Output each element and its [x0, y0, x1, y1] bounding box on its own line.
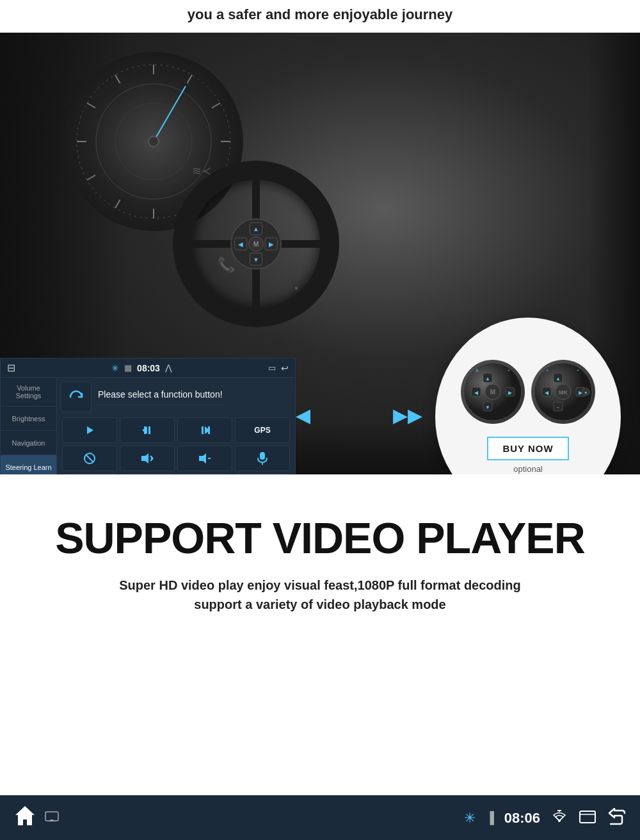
status-time: 08:03 — [137, 363, 160, 373]
gps-button[interactable]: GPS — [235, 417, 290, 443]
svg-text:◀: ◀ — [474, 390, 479, 396]
left-menu: Volume Settings Brightness Navigation St… — [1, 378, 57, 474]
play-button[interactable] — [62, 417, 117, 443]
sw-stop-icon: ▪ — [294, 282, 298, 294]
svg-rect-42 — [260, 452, 265, 460]
svg-text:A: A — [476, 368, 479, 373]
menu-item-steering-learn[interactable]: Steering Learn — [1, 455, 56, 474]
wifi-bottom-icon[interactable] — [550, 808, 568, 828]
status-bar-left: ⊟ — [7, 362, 15, 374]
svg-rect-83 — [49, 821, 55, 821]
menu-item-navigation[interactable]: Navigation — [1, 431, 56, 455]
home-icon[interactable] — [13, 804, 37, 833]
svg-text:◀: ◀ — [238, 241, 243, 248]
panel-body: Volume Settings Brightness Navigation St… — [1, 378, 295, 474]
prev-button[interactable] — [120, 417, 175, 443]
prompt-text: Please select a function button! — [95, 385, 225, 405]
bottom-bar-left — [13, 804, 59, 833]
bluetooth-bottom-icon: ✳ — [464, 810, 476, 827]
back-bottom-icon[interactable] — [607, 808, 627, 828]
svg-rect-30 — [144, 426, 146, 434]
status-bar-center: ✳ ▦ 08:03 ⋀ — [111, 363, 172, 373]
steering-wheel-container: ▲ ▼ ◀ ▶ M ≋≺ — [173, 161, 339, 327]
svg-text:▲: ▲ — [253, 225, 259, 232]
svg-text:▼: ▼ — [253, 256, 259, 263]
svg-line-4 — [188, 75, 193, 83]
sw-phone-icon: 📞 — [218, 257, 235, 273]
sim-status-icon: ▦ — [124, 363, 132, 373]
svg-line-11 — [87, 175, 95, 181]
svg-rect-33 — [208, 426, 210, 434]
remote-controls: ▲ ▼ ◀ ▶ M A + — [461, 360, 595, 424]
phone-button[interactable] — [62, 474, 117, 474]
svg-marker-36 — [141, 453, 148, 464]
dashboard-section: ▲ ▼ ◀ ▶ M ≋≺ 📞 ▪ — [0, 33, 640, 474]
svg-rect-87 — [580, 811, 595, 823]
status-bar: ⊟ ✳ ▦ 08:03 ⋀ ▭ ↩ — [1, 359, 295, 378]
svg-text:+: + — [546, 368, 548, 373]
signal-bottom-icon: ▐ — [486, 811, 494, 825]
next-button[interactable] — [177, 417, 232, 443]
svg-text:+: + — [577, 368, 579, 373]
power-button[interactable] — [235, 474, 290, 474]
steering-wheel-ring: ▲ ▼ ◀ ▶ M — [173, 161, 339, 327]
ui-panel: ⊟ ✳ ▦ 08:03 ⋀ ▭ ↩ Volume Settings Bright — [0, 358, 296, 474]
svg-text:▲: ▲ — [556, 376, 561, 382]
bluetooth-status-icon: ✳ — [111, 363, 119, 373]
right-content: Please select a function button! — [57, 378, 295, 474]
svg-line-10 — [115, 200, 120, 208]
back-status-icon: ↩ — [281, 363, 289, 373]
svg-text:+: + — [508, 368, 510, 373]
svg-text:▲: ▲ — [485, 376, 490, 382]
buy-now-button[interactable]: BUY NOW — [487, 437, 568, 460]
vol-up-button[interactable] — [120, 446, 175, 471]
small-screen-icon[interactable] — [45, 811, 59, 825]
svg-rect-32 — [202, 426, 204, 434]
radio-scan-button[interactable] — [120, 474, 175, 474]
optional-label: optional — [513, 464, 543, 474]
tagline-section: you a safer and more enjoyable journey — [0, 0, 640, 33]
support-title: SUPPORT VIDEO PLAYER — [13, 513, 627, 563]
steering-hub: ▲ ▼ ◀ ▶ M — [230, 218, 282, 270]
buttons-grid: GPS — [61, 416, 291, 474]
svg-text:−: − — [556, 405, 559, 410]
mic-button[interactable] — [235, 446, 290, 471]
menu-item-volume[interactable]: Volume Settings — [1, 378, 56, 407]
bottom-time: 08:06 — [504, 810, 540, 827]
svg-line-5 — [212, 103, 220, 108]
sw-arrow-indicator: ≋≺ — [192, 164, 211, 178]
screen-status-icon: ▭ — [268, 363, 276, 373]
eq-button[interactable] — [177, 474, 232, 474]
bottom-bar: ✳ ▐ 08:06 — [0, 795, 640, 840]
svg-text:M: M — [490, 389, 495, 396]
left-skip-arrow[interactable]: ◀ — [296, 404, 310, 426]
svg-text:●: ● — [584, 390, 586, 394]
svg-text:M: M — [253, 241, 259, 248]
status-bar-right: ▭ ↩ — [268, 363, 289, 373]
svg-marker-40 — [199, 453, 206, 464]
wifi-status-icon: ⋀ — [165, 363, 172, 373]
svg-text:▶: ▶ — [508, 390, 513, 396]
vol-down-button[interactable] — [177, 446, 232, 471]
svg-line-15 — [154, 86, 186, 141]
support-section: SUPPORT VIDEO PLAYER Super HD video play… — [0, 474, 640, 646]
svg-text:◀: ◀ — [545, 390, 549, 396]
remote-unit-right: ▲ − ◀ ▶ MK + + ● — [531, 360, 595, 424]
mute-button[interactable] — [62, 446, 117, 471]
svg-point-16 — [148, 136, 159, 147]
screen-bottom-icon[interactable] — [579, 810, 596, 827]
bottom-bar-right: ✳ ▐ 08:06 — [464, 808, 627, 828]
window-icon: ⊟ — [7, 362, 15, 374]
svg-point-84 — [558, 820, 561, 822]
svg-line-14 — [115, 75, 120, 83]
svg-text:▶: ▶ — [269, 241, 274, 248]
svg-line-35 — [86, 455, 93, 462]
svg-marker-80 — [15, 806, 35, 825]
tagline-text: you a safer and more enjoyable journey — [188, 6, 452, 22]
remote-unit-left: ▲ ▼ ◀ ▶ M A + — [461, 360, 525, 424]
refresh-button[interactable] — [61, 382, 92, 412]
svg-line-13 — [87, 103, 95, 108]
right-skip-arrow[interactable]: ▶▶ — [393, 404, 422, 426]
svg-marker-27 — [87, 426, 93, 434]
menu-item-brightness[interactable]: Brightness — [1, 407, 56, 431]
